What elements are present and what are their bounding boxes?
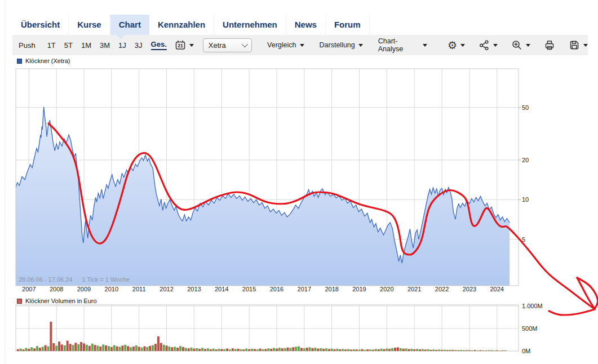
period-label: 28.06.06 - 17.06.24 bbox=[19, 276, 72, 283]
range-push[interactable]: Push bbox=[19, 41, 36, 50]
svg-text:10: 10 bbox=[522, 196, 529, 203]
range-1j[interactable]: 1J bbox=[118, 41, 126, 50]
svg-text:2014: 2014 bbox=[215, 286, 228, 292]
chart-toolbar: Push 1T 5T 1M 3M 1J 3J Ges. 21 Xetra Ver… bbox=[12, 35, 588, 55]
svg-text:2017: 2017 bbox=[298, 286, 311, 292]
active-tab-notch bbox=[116, 35, 125, 39]
share-nodes-icon bbox=[479, 39, 490, 51]
tab-news[interactable]: News bbox=[286, 15, 326, 35]
svg-text:2015: 2015 bbox=[242, 286, 256, 292]
tab-bar: Übersicht Kurse Chart Kennzahlen Unterne… bbox=[12, 15, 370, 35]
svg-text:2022: 2022 bbox=[435, 286, 449, 292]
settings-button[interactable]: ⚙ bbox=[448, 40, 465, 51]
save-button[interactable] bbox=[569, 39, 588, 51]
calendar-button[interactable]: 21 bbox=[175, 39, 194, 51]
chevron-down-icon bbox=[242, 41, 248, 47]
caret-down-icon bbox=[493, 44, 498, 47]
svg-text:2010: 2010 bbox=[105, 286, 118, 292]
printer-icon bbox=[544, 39, 555, 51]
volume-legend: Klöckner Volumen in Euro bbox=[17, 298, 97, 304]
svg-text:2023: 2023 bbox=[463, 286, 476, 292]
caret-down-icon bbox=[526, 44, 530, 47]
svg-text:2007: 2007 bbox=[22, 286, 36, 292]
share-button[interactable] bbox=[479, 39, 498, 51]
svg-text:2016: 2016 bbox=[270, 286, 284, 292]
tab-kurse[interactable]: Kurse bbox=[69, 15, 110, 35]
caret-down-icon bbox=[583, 44, 588, 47]
print-button[interactable] bbox=[544, 39, 555, 51]
volume-legend-label: Klöckner Volumen in Euro bbox=[25, 298, 97, 304]
menu-vergleich-label: Vergleich bbox=[267, 41, 296, 49]
svg-text:1.000M: 1.000M bbox=[522, 303, 543, 309]
range-1t[interactable]: 1T bbox=[47, 41, 56, 50]
exchange-select[interactable]: Xetra bbox=[203, 38, 252, 52]
svg-text:500M: 500M bbox=[522, 325, 538, 332]
menu-darstellung[interactable]: Darstellung bbox=[320, 41, 363, 49]
stock-chart-page: Übersicht Kurse Chart Kennzahlen Unterne… bbox=[0, 0, 598, 364]
calendar-icon: 21 bbox=[175, 39, 186, 51]
tab-kennzahlen[interactable]: Kennzahlen bbox=[149, 15, 214, 35]
range-1m[interactable]: 1M bbox=[81, 41, 91, 50]
price-legend-swatch bbox=[17, 59, 22, 64]
svg-text:2012: 2012 bbox=[160, 286, 173, 292]
svg-text:2018: 2018 bbox=[325, 286, 338, 292]
range-ges[interactable]: Ges. bbox=[151, 40, 167, 50]
svg-text:0M: 0M bbox=[522, 348, 530, 354]
menu-vergleich[interactable]: Vergleich bbox=[267, 41, 304, 49]
svg-text:50: 50 bbox=[522, 104, 529, 111]
svg-text:2019: 2019 bbox=[352, 286, 366, 292]
menu-chart-analyse-label: Chart-Analyse bbox=[378, 37, 419, 53]
tab-uebersicht[interactable]: Übersicht bbox=[12, 15, 69, 35]
chart-period-info: 28.06.06 - 17.06.24 1 Tick = 1 Woche bbox=[19, 276, 138, 283]
floppy-icon bbox=[569, 39, 580, 51]
tab-forum[interactable]: Forum bbox=[326, 15, 370, 35]
svg-text:2013: 2013 bbox=[187, 286, 201, 292]
exchange-select-value: Xetra bbox=[209, 41, 226, 50]
range-5t[interactable]: 5T bbox=[64, 41, 73, 50]
svg-text:21: 21 bbox=[178, 43, 183, 48]
tick-size-label: 1 Tick = 1 Woche bbox=[82, 276, 129, 283]
volume-legend-swatch bbox=[17, 299, 22, 304]
caret-down-icon bbox=[423, 44, 427, 47]
price-chart-area[interactable] bbox=[16, 69, 519, 286]
svg-text:2008: 2008 bbox=[50, 286, 63, 292]
svg-text:2021: 2021 bbox=[407, 286, 421, 292]
zoom-in-icon bbox=[511, 39, 522, 51]
svg-text:20: 20 bbox=[522, 157, 529, 163]
price-legend: Klöckner (Xetra) bbox=[17, 57, 70, 64]
range-3m[interactable]: 3M bbox=[100, 41, 110, 50]
svg-text:2024: 2024 bbox=[490, 286, 504, 292]
svg-text:2009: 2009 bbox=[77, 286, 91, 292]
tab-unternehmen[interactable]: Unternehmen bbox=[214, 15, 286, 35]
caret-down-icon bbox=[460, 44, 465, 47]
price-legend-label: Klöckner (Xetra) bbox=[25, 57, 70, 64]
svg-text:2020: 2020 bbox=[380, 286, 393, 292]
tab-chart[interactable]: Chart bbox=[110, 15, 149, 35]
zoom-button[interactable] bbox=[511, 39, 530, 51]
caret-down-icon bbox=[189, 44, 194, 47]
svg-text:2011: 2011 bbox=[132, 286, 146, 292]
volume-chart-area[interactable] bbox=[16, 305, 519, 351]
caret-down-icon bbox=[300, 44, 304, 47]
menu-darstellung-label: Darstellung bbox=[320, 41, 355, 49]
gear-icon: ⚙ bbox=[448, 40, 457, 51]
menu-chart-analyse[interactable]: Chart-Analyse bbox=[378, 37, 427, 53]
caret-down-icon bbox=[358, 44, 363, 47]
page-left-divider bbox=[5, 0, 5, 364]
range-3j[interactable]: 3J bbox=[135, 41, 143, 50]
svg-text:5: 5 bbox=[522, 236, 525, 243]
